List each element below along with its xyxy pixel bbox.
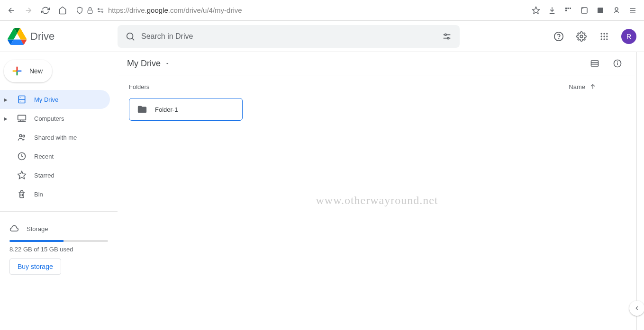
apps-button[interactable]	[595, 27, 614, 46]
search-box[interactable]	[118, 25, 460, 48]
chevron-right-icon: ▶	[4, 116, 9, 121]
folders-section-label: Folders	[129, 83, 149, 90]
svg-rect-6	[570, 8, 571, 9]
avatar[interactable]: R	[621, 29, 636, 44]
chevron-down-icon	[164, 61, 170, 66]
drive-header: Drive R	[0, 21, 644, 52]
account-icon[interactable]	[609, 3, 624, 18]
new-button-label: New	[29, 67, 43, 75]
storage-bar	[9, 240, 108, 242]
svg-point-19	[447, 37, 449, 39]
svg-line-15	[132, 38, 134, 40]
shield-icon	[76, 7, 83, 14]
svg-point-24	[603, 33, 605, 34]
browser-toolbar: https://drive.google.com/drive/u/4/my-dr…	[0, 0, 644, 21]
details-button[interactable]	[608, 54, 627, 73]
storage-label: Storage	[27, 225, 48, 232]
svg-point-30	[603, 38, 605, 40]
folder-icon	[137, 104, 147, 115]
url-text: https://drive.google.com/drive/u/4/my-dr…	[108, 6, 242, 14]
reload-button[interactable]	[38, 3, 53, 18]
menu-icon[interactable]	[625, 3, 640, 18]
svg-rect-5	[568, 8, 569, 9]
shared-icon	[17, 133, 27, 142]
search-input[interactable]	[141, 32, 442, 41]
new-button[interactable]: New	[4, 60, 52, 82]
svg-rect-7	[565, 9, 567, 11]
sidebar-item-bin[interactable]: Bin	[0, 185, 110, 204]
folder-name: Folder-1	[155, 106, 178, 113]
svg-point-25	[606, 33, 608, 34]
list-view-button[interactable]	[585, 54, 604, 73]
my-drive-icon	[17, 95, 27, 104]
buy-storage-button[interactable]: Buy storage	[9, 259, 61, 275]
svg-point-26	[601, 36, 602, 37]
svg-rect-8	[581, 8, 587, 13]
svg-rect-34	[18, 115, 26, 120]
drive-product-name: Drive	[30, 30, 54, 43]
sidebar-item-shared[interactable]: Shared with me	[0, 128, 110, 147]
svg-rect-4	[565, 8, 567, 9]
sidebar-item-recent[interactable]: Recent	[0, 147, 110, 166]
watermark-text: www.otherwayround.net	[316, 194, 438, 207]
svg-point-28	[606, 36, 608, 37]
svg-point-18	[444, 34, 446, 36]
extension-icon-1[interactable]	[561, 3, 576, 18]
svg-point-35	[19, 134, 22, 137]
help-button[interactable]	[549, 27, 568, 46]
side-panel-toggle[interactable]	[629, 301, 644, 316]
svg-marker-3	[533, 7, 540, 13]
svg-point-23	[601, 33, 602, 34]
svg-point-44	[617, 62, 618, 62]
drive-logo[interactable]: Drive	[8, 27, 118, 46]
svg-point-33	[20, 101, 21, 102]
breadcrumb[interactable]: My Drive	[127, 59, 170, 69]
sidebar-item-label: Bin	[34, 191, 43, 198]
sidebar-item-label: Shared with me	[34, 134, 77, 141]
svg-point-36	[23, 135, 25, 137]
home-button[interactable]	[55, 3, 70, 18]
plus-icon	[10, 64, 24, 78]
svg-marker-38	[18, 171, 26, 179]
storage-icon	[9, 224, 19, 233]
download-icon[interactable]	[544, 3, 560, 18]
svg-point-2	[102, 11, 103, 12]
extension-icon-3[interactable]	[593, 3, 608, 18]
search-icon	[125, 31, 136, 42]
lock-icon	[86, 7, 94, 14]
chevron-right-icon: ▶	[4, 97, 9, 102]
breadcrumb-label: My Drive	[127, 59, 161, 69]
svg-point-10	[615, 8, 618, 10]
bookmark-star-icon[interactable]	[528, 3, 544, 18]
sort-by-name[interactable]: Name	[569, 83, 597, 90]
main-content: My Drive Folders Name Folder-1 www.other…	[118, 52, 636, 330]
folder-card[interactable]: Folder-1	[129, 98, 243, 121]
svg-rect-0	[88, 10, 92, 13]
svg-point-14	[127, 33, 133, 39]
sidebar-item-computers[interactable]: ▶ Computers	[0, 109, 110, 128]
extension-icon-2[interactable]	[577, 3, 592, 18]
sidebar-item-label: Starred	[34, 172, 54, 179]
sidebar-item-storage[interactable]: Storage	[9, 219, 108, 238]
storage-usage-text: 8.22 GB of 15 GB used	[9, 246, 108, 253]
bin-icon	[17, 189, 27, 199]
svg-point-21	[559, 38, 559, 39]
sidebar-item-my-drive[interactable]: ▶ My Drive	[0, 90, 110, 109]
sidebar-item-label: Recent	[34, 153, 54, 160]
svg-point-32	[20, 97, 21, 98]
settings-button[interactable]	[572, 27, 591, 46]
address-bar[interactable]: https://drive.google.com/drive/u/4/my-dr…	[72, 3, 526, 18]
recent-icon	[17, 152, 27, 161]
svg-point-27	[603, 36, 605, 37]
sidebar-item-starred[interactable]: Starred	[0, 166, 110, 185]
arrow-up-icon	[589, 83, 597, 90]
back-button[interactable]	[4, 3, 19, 18]
starred-icon	[17, 170, 27, 180]
svg-point-29	[601, 38, 602, 40]
sort-label: Name	[569, 83, 585, 90]
sidebar: New ▶ My Drive ▶ Computers Shared with m…	[0, 52, 118, 330]
sidebar-item-label: Computers	[34, 115, 64, 122]
search-options-icon[interactable]	[442, 31, 452, 42]
forward-button[interactable]	[21, 3, 36, 18]
svg-rect-9	[598, 8, 603, 13]
